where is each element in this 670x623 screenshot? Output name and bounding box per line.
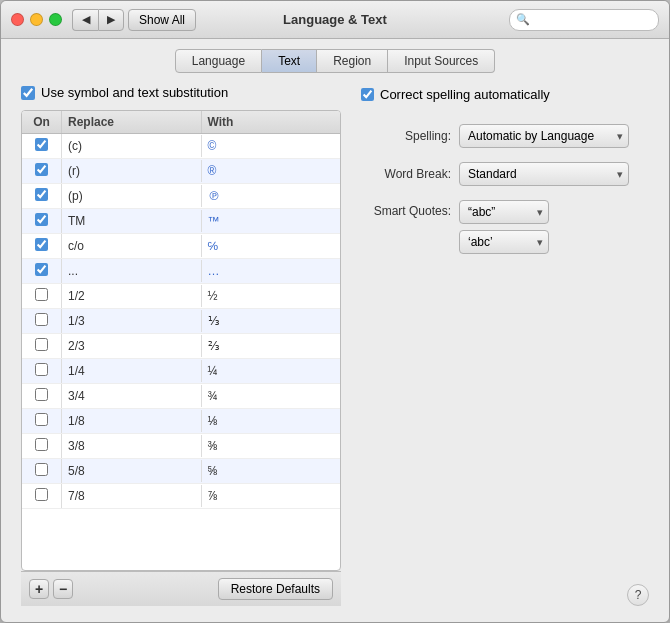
- cell-with: ⅝: [202, 460, 341, 482]
- row-checkbox[interactable]: [35, 213, 48, 226]
- cell-on[interactable]: [22, 184, 62, 208]
- tabs-bar: Language Text Region Input Sources: [1, 39, 669, 73]
- double-quotes-select-wrapper: “abc”"abc": [459, 200, 549, 224]
- use-substitution-row: Use symbol and text substitution: [21, 85, 341, 100]
- cell-on[interactable]: [22, 284, 62, 308]
- cell-on[interactable]: [22, 359, 62, 383]
- cell-on[interactable]: [22, 334, 62, 358]
- row-checkbox[interactable]: [35, 313, 48, 326]
- cell-replace: 1/3: [62, 310, 202, 332]
- cell-on[interactable]: [22, 484, 62, 508]
- row-checkbox[interactable]: [35, 338, 48, 351]
- help-button[interactable]: ?: [627, 584, 649, 606]
- row-checkbox[interactable]: [35, 388, 48, 401]
- content: Use symbol and text substitution On Repl…: [1, 73, 669, 622]
- back-button[interactable]: ◀: [72, 9, 98, 31]
- table-row: 5/8 ⅝: [22, 459, 340, 484]
- single-quotes-select-wrapper: ‘abc’'abc': [459, 230, 549, 254]
- table-header: On Replace With: [22, 111, 340, 134]
- cell-with: ½: [202, 285, 341, 307]
- cell-replace: (p): [62, 185, 202, 207]
- table-row: c/o ℅: [22, 234, 340, 259]
- close-button[interactable]: [11, 13, 24, 26]
- table-row: 3/8 ⅜: [22, 434, 340, 459]
- row-checkbox[interactable]: [35, 463, 48, 476]
- table-row: ... …: [22, 259, 340, 284]
- row-checkbox[interactable]: [35, 363, 48, 376]
- tab-input-sources[interactable]: Input Sources: [388, 49, 495, 73]
- search-icon: 🔍: [516, 13, 530, 26]
- maximize-button[interactable]: [49, 13, 62, 26]
- cell-replace: ...: [62, 260, 202, 282]
- cell-on[interactable]: [22, 309, 62, 333]
- table-row: (p) ℗: [22, 184, 340, 209]
- row-checkbox[interactable]: [35, 263, 48, 276]
- cell-on[interactable]: [22, 234, 62, 258]
- table-row: 2/3 ⅔: [22, 334, 340, 359]
- tab-region[interactable]: Region: [317, 49, 388, 73]
- single-quotes-select[interactable]: ‘abc’'abc': [459, 230, 549, 254]
- cell-on[interactable]: [22, 259, 62, 283]
- remove-row-button[interactable]: −: [53, 579, 73, 599]
- cell-replace: 7/8: [62, 485, 202, 507]
- word-break-select[interactable]: Standard: [459, 162, 629, 186]
- row-checkbox[interactable]: [35, 288, 48, 301]
- cell-on[interactable]: [22, 134, 62, 158]
- cell-on[interactable]: [22, 434, 62, 458]
- use-substitution-label: Use symbol and text substitution: [41, 85, 228, 100]
- spelling-label: Spelling:: [361, 129, 451, 143]
- cell-replace: 1/8: [62, 410, 202, 432]
- row-checkbox[interactable]: [35, 438, 48, 451]
- minimize-button[interactable]: [30, 13, 43, 26]
- cell-with: ⅓: [202, 310, 341, 332]
- tab-text[interactable]: Text: [262, 49, 317, 73]
- correct-spelling-checkbox[interactable]: [361, 88, 374, 101]
- restore-defaults-button[interactable]: Restore Defaults: [218, 578, 333, 600]
- cell-with: ®: [202, 160, 341, 182]
- forward-button[interactable]: ▶: [98, 9, 124, 31]
- row-checkbox[interactable]: [35, 488, 48, 501]
- table-row: 7/8 ⅞: [22, 484, 340, 509]
- cell-with: ⅛: [202, 410, 341, 432]
- window: ◀ ▶ Show All Language & Text 🔍 Language …: [0, 0, 670, 623]
- cell-replace: 3/8: [62, 435, 202, 457]
- word-break-label: Word Break:: [361, 167, 451, 181]
- right-panel: Correct spelling automatically Spelling:…: [361, 85, 649, 606]
- cell-with: ©: [202, 135, 341, 157]
- col-on: On: [22, 111, 62, 133]
- titlebar: ◀ ▶ Show All Language & Text 🔍: [1, 1, 669, 39]
- cell-with: ℅: [202, 235, 341, 257]
- cell-replace: c/o: [62, 235, 202, 257]
- tab-language[interactable]: Language: [175, 49, 262, 73]
- cell-with: …: [202, 260, 341, 282]
- row-checkbox[interactable]: [35, 413, 48, 426]
- use-substitution-checkbox[interactable]: [21, 86, 35, 100]
- word-break-row: Word Break: Standard: [361, 162, 649, 186]
- table-row: 1/4 ¼: [22, 359, 340, 384]
- col-replace: Replace: [62, 111, 202, 133]
- cell-on[interactable]: [22, 384, 62, 408]
- row-checkbox[interactable]: [35, 163, 48, 176]
- row-checkbox[interactable]: [35, 238, 48, 251]
- window-title: Language & Text: [283, 12, 387, 27]
- add-row-button[interactable]: +: [29, 579, 49, 599]
- cell-on[interactable]: [22, 459, 62, 483]
- double-quotes-select[interactable]: “abc”"abc": [459, 200, 549, 224]
- spacer: [361, 268, 649, 570]
- search-input[interactable]: [533, 13, 652, 27]
- col-with: With: [202, 111, 341, 133]
- cell-with: ℗: [202, 185, 341, 207]
- row-checkbox[interactable]: [35, 188, 48, 201]
- cell-on[interactable]: [22, 159, 62, 183]
- cell-replace: (c): [62, 135, 202, 157]
- correct-spelling-row: Correct spelling automatically: [361, 87, 649, 102]
- cell-on[interactable]: [22, 209, 62, 233]
- spelling-row: Spelling: Automatic by LanguageEnglishFr…: [361, 124, 649, 148]
- spelling-select[interactable]: Automatic by LanguageEnglishFrenchGerman…: [459, 124, 629, 148]
- cell-on[interactable]: [22, 409, 62, 433]
- show-all-button[interactable]: Show All: [128, 9, 196, 31]
- cell-replace: 5/8: [62, 460, 202, 482]
- spelling-select-wrapper: Automatic by LanguageEnglishFrenchGerman…: [459, 124, 629, 148]
- row-checkbox[interactable]: [35, 138, 48, 151]
- table-row: (r) ®: [22, 159, 340, 184]
